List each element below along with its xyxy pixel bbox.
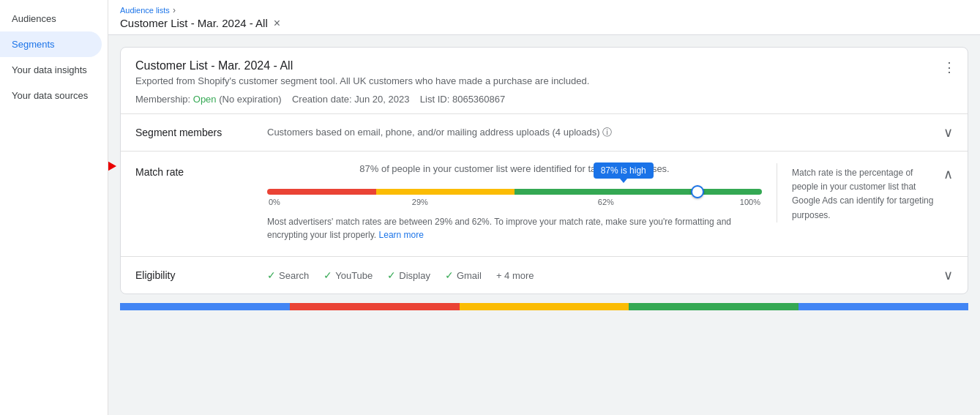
slider-label-29: 29% <box>412 198 428 206</box>
red-arrow-head <box>108 160 116 172</box>
eligibility-row: Eligibility ✓ Search ✓ YouTube ✓ Display… <box>121 257 968 294</box>
eligibility-expand[interactable]: ∨ <box>943 267 953 283</box>
slider-label-62: 62% <box>598 198 614 206</box>
breadcrumb-chevron: › <box>173 5 176 15</box>
learn-more-link[interactable]: Learn more <box>379 230 424 240</box>
membership-label: Membership: <box>135 94 190 105</box>
slider-labels: 0% 29% 62% 100% <box>267 198 762 206</box>
slider-label-0: 0% <box>269 198 280 206</box>
bottom-color-bar <box>120 303 968 310</box>
membership-expiry: (No expiration) <box>219 94 281 105</box>
tab-title-text: Customer List - Mar. 2024 - All <box>120 17 268 29</box>
bar-blue <box>120 303 290 310</box>
eligibility-display-label: Display <box>399 270 430 281</box>
segment-members-expand[interactable]: ∨ <box>943 124 953 141</box>
eligibility-more[interactable]: + 4 more <box>496 270 534 281</box>
bar-green <box>629 303 798 310</box>
customer-list-card: ⋮ Customer List - Mar. 2024 - All Export… <box>120 47 968 294</box>
sidebar-item-segments[interactable]: Segments <box>0 31 102 57</box>
match-rate-note: Most advertisers' match rates are betwee… <box>267 215 762 242</box>
match-rate-track[interactable] <box>267 189 762 195</box>
slider-label-100: 100% <box>740 198 760 206</box>
match-rate-section: Match rate 87% of people in your custome… <box>121 152 968 257</box>
match-rate-content: 87% of people in your customer list were… <box>267 163 777 242</box>
eligibility-search-label: Search <box>279 270 309 281</box>
breadcrumb-link[interactable]: Audience lists <box>120 6 170 15</box>
tab-close-button[interactable]: × <box>274 18 280 29</box>
sidebar-item-your-data-insights[interactable]: Your data insights <box>0 57 102 83</box>
tab-bar: Audience lists › Customer List - Mar. 20… <box>108 0 980 35</box>
eligibility-label: Eligibility <box>135 269 267 281</box>
match-rate-headline: 87% of people in your customer list were… <box>267 163 762 174</box>
match-rate-sidebar-text: Match rate is the percentage of people i… <box>777 163 938 223</box>
match-rate-slider-container: 87% is high 0% 29% 62% 100% <box>267 189 762 206</box>
segment-members-row: Segment members Customers based on email… <box>121 114 968 152</box>
breadcrumb: Audience lists › <box>120 5 280 15</box>
match-rate-tooltip: 87% is high <box>594 162 654 179</box>
sidebar-item-audiences[interactable]: Audiences <box>0 6 102 31</box>
eligibility-search: ✓ Search <box>267 269 309 281</box>
check-icon-youtube: ✓ <box>323 269 332 281</box>
main-content: Audience lists › Customer List - Mar. 20… <box>108 0 980 415</box>
red-arrow <box>108 160 116 172</box>
card-meta: Membership: Open (No expiration) Creatio… <box>135 94 953 105</box>
match-rate-collapse-button[interactable]: ∧ <box>943 163 953 182</box>
eligibility-gmail-label: Gmail <box>457 270 482 281</box>
bar-blue2 <box>798 303 968 310</box>
card-more-button[interactable]: ⋮ <box>943 59 956 75</box>
creation-date: Jun 20, 2023 <box>354 94 409 105</box>
membership-status: Open <box>193 94 217 105</box>
segment-members-value: Customers based on email, phone, and/or … <box>267 126 938 139</box>
segment-members-label: Segment members <box>135 127 267 138</box>
creation-label: Creation date: <box>292 94 352 105</box>
check-icon-search: ✓ <box>267 269 276 281</box>
eligibility-display: ✓ Display <box>387 269 430 281</box>
match-rate-label: Match rate <box>135 163 267 178</box>
list-id-value: 8065360867 <box>452 94 505 105</box>
check-icon-display: ✓ <box>387 269 396 281</box>
sidebar: Audiences Segments Your data insights Yo… <box>0 0 108 415</box>
bar-yellow <box>460 303 629 310</box>
card-description: Exported from Shopify's customer segment… <box>135 75 953 86</box>
bar-red <box>290 303 460 310</box>
tab-title-row: Customer List - Mar. 2024 - All × <box>120 17 280 29</box>
check-icon-gmail: ✓ <box>445 269 454 281</box>
card-title: Customer List - Mar. 2024 - All <box>135 59 953 72</box>
card-header: ⋮ Customer List - Mar. 2024 - All Export… <box>121 48 968 114</box>
sidebar-item-your-data-sources[interactable]: Your data sources <box>0 83 102 108</box>
eligibility-youtube: ✓ YouTube <box>323 269 373 281</box>
list-id-label: List ID: <box>420 94 449 105</box>
eligibility-youtube-label: YouTube <box>335 270 373 281</box>
eligibility-checks: ✓ Search ✓ YouTube ✓ Display ✓ Gmail + 4… <box>267 269 938 281</box>
match-rate-thumb[interactable] <box>691 185 704 198</box>
breadcrumb-area: Audience lists › Customer List - Mar. 20… <box>120 5 280 29</box>
eligibility-gmail: ✓ Gmail <box>445 269 482 281</box>
